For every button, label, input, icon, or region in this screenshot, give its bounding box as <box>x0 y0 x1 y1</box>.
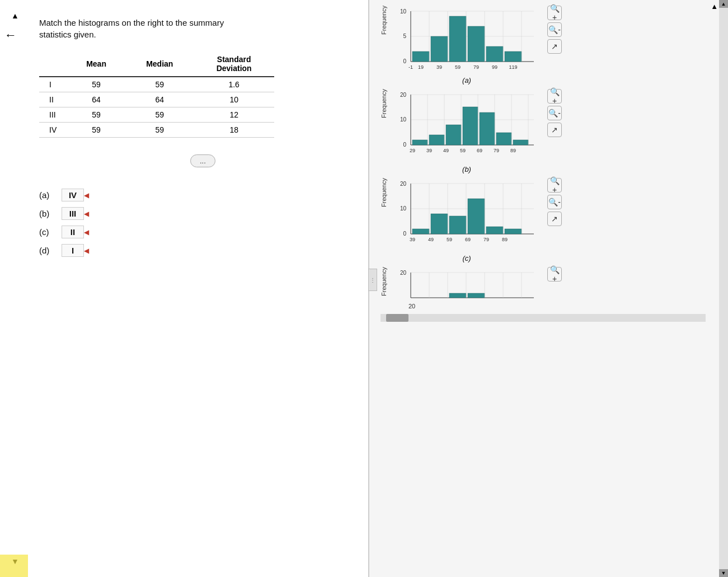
histogram-block-a: Frequency 10 5 0 <box>381 6 706 85</box>
chart-label-c: (c) <box>388 254 545 262</box>
svg-text:59: 59 <box>460 148 466 153</box>
svg-rect-59 <box>486 227 503 234</box>
row-mean-IV: 59 <box>67 123 125 138</box>
answer-letter-c: (c) <box>39 227 62 237</box>
zoom-out-btn-a[interactable]: 🔍- <box>547 22 562 37</box>
svg-rect-32 <box>496 133 511 145</box>
histogram-svg-b: 20 10 0 29 39 49 59 <box>388 89 545 162</box>
svg-rect-56 <box>431 214 448 234</box>
table-row: IV 59 59 18 <box>39 123 274 138</box>
y-axis-label-a: Frequency <box>381 6 387 35</box>
col-header-stddev: StandardDeviation <box>194 51 274 77</box>
svg-text:0: 0 <box>403 58 406 64</box>
chart-label-b: (b) <box>388 165 545 173</box>
table-row: II 64 64 10 <box>39 92 274 107</box>
bar-a-4 <box>468 26 485 62</box>
svg-rect-27 <box>412 140 428 145</box>
zoom-out-btn-b[interactable]: 🔍- <box>547 106 562 120</box>
bar-a-1 <box>412 51 429 62</box>
external-link-btn-c[interactable]: ↗ <box>547 212 562 226</box>
row-stddev-III: 12 <box>194 107 274 123</box>
svg-text:0: 0 <box>403 231 406 237</box>
svg-text:99: 99 <box>492 64 497 70</box>
svg-text:69: 69 <box>477 148 482 153</box>
zoom-out-icon-b: 🔍- <box>548 109 561 118</box>
ellipsis-button[interactable]: ... <box>190 154 215 167</box>
chart-container-b: 20 10 0 29 39 49 59 <box>388 89 545 173</box>
external-link-icon-c: ↗ <box>551 214 558 223</box>
histogram-svg-a: 10 5 0 -1 19 39 59 <box>388 6 545 73</box>
row-stddev-I: 1.6 <box>194 77 274 92</box>
svg-text:20: 20 <box>400 92 407 98</box>
svg-text:5: 5 <box>403 33 406 39</box>
histogram-tools-c: 🔍+ 🔍- ↗ <box>547 178 562 226</box>
bar-a-3 <box>449 16 466 62</box>
zoom-in-btn-b[interactable]: 🔍+ <box>547 89 562 104</box>
row-mean-I: 59 <box>67 77 125 92</box>
histogram-block-b: Frequency 20 10 0 <box>381 89 706 173</box>
row-median-IV: 59 <box>125 123 194 138</box>
svg-text:10: 10 <box>400 205 407 212</box>
zoom-in-btn-a[interactable]: 🔍+ <box>547 6 562 20</box>
svg-text:-1: -1 <box>408 64 413 70</box>
external-link-icon-a: ↗ <box>551 42 558 51</box>
up-arrow[interactable]: ▲ <box>11 11 19 20</box>
chart-container-a: 10 5 0 -1 19 39 59 <box>388 6 545 85</box>
svg-text:10: 10 <box>400 8 407 15</box>
zoom-in-btn-c[interactable]: 🔍+ <box>547 178 562 193</box>
histogram-block-d: Frequency 20 <box>381 267 706 309</box>
answer-value-d: I <box>62 244 84 257</box>
scroll-up-arrow[interactable]: ▲ <box>711 2 718 11</box>
triangle-icon-c: ◀ <box>84 228 89 236</box>
scroll-up-thumb[interactable]: ▲ <box>719 0 728 8</box>
svg-rect-33 <box>513 140 528 145</box>
histogram-tools-d: 🔍+ <box>547 267 562 282</box>
svg-rect-60 <box>505 229 522 234</box>
svg-rect-58 <box>468 199 485 234</box>
bottom-scrollbar-thumb[interactable] <box>386 314 408 322</box>
left-panel: ← ▲ Match the histograms on the right to… <box>0 0 369 577</box>
answer-row-b: (b) III ◀ <box>39 207 351 220</box>
right-scrollbar-track[interactable]: ▲ ▼ <box>719 0 728 577</box>
col-header-empty <box>39 51 67 77</box>
y-axis-label-c: Frequency <box>381 178 387 207</box>
svg-text:29: 29 <box>410 148 415 153</box>
zoom-in-icon-c: 🔍+ <box>548 176 561 194</box>
zoom-in-btn-d[interactable]: 🔍+ <box>547 267 562 282</box>
collapse-handle[interactable]: ⋮ <box>368 269 377 291</box>
zoom-in-icon-d: 🔍+ <box>548 265 561 283</box>
zoom-in-icon-a: 🔍+ <box>548 4 561 22</box>
bar-a-2 <box>431 36 448 62</box>
svg-text:89: 89 <box>502 237 508 242</box>
histogram-block-c: Frequency 20 10 0 <box>381 178 706 262</box>
svg-rect-28 <box>429 135 444 145</box>
answer-row-a: (a) IV ◀ <box>39 189 351 201</box>
triangle-icon-d: ◀ <box>84 247 89 255</box>
answer-row-d: (d) I ◀ <box>39 244 351 257</box>
svg-text:39: 39 <box>410 237 415 242</box>
svg-text:79: 79 <box>483 237 489 242</box>
svg-text:59: 59 <box>447 237 452 242</box>
table-row: I 59 59 1.6 <box>39 77 274 92</box>
bottom-scrollbar[interactable] <box>381 314 706 322</box>
bar-a-5 <box>486 46 503 62</box>
question-text: Match the histograms on the right to the… <box>39 17 351 40</box>
row-median-III: 59 <box>125 107 194 123</box>
row-mean-II: 64 <box>67 92 125 107</box>
row-label-IV: IV <box>39 123 67 138</box>
external-link-btn-b[interactable]: ↗ <box>547 123 562 137</box>
scroll-down-thumb[interactable]: ▼ <box>719 569 728 577</box>
chart-container-d: 20 20 <box>388 267 545 309</box>
row-mean-III: 59 <box>67 107 125 123</box>
answer-letter-b: (b) <box>39 209 62 218</box>
zoom-out-btn-c[interactable]: 🔍- <box>547 195 562 209</box>
svg-text:79: 79 <box>473 64 479 70</box>
svg-rect-77 <box>449 293 466 298</box>
y-axis-label-b: Frequency <box>381 89 387 118</box>
external-link-btn-a[interactable]: ↗ <box>547 39 562 54</box>
svg-rect-57 <box>449 216 466 234</box>
svg-text:89: 89 <box>510 148 516 153</box>
svg-text:0: 0 <box>403 142 406 148</box>
back-arrow[interactable]: ← <box>4 28 17 43</box>
svg-text:39: 39 <box>436 64 442 70</box>
